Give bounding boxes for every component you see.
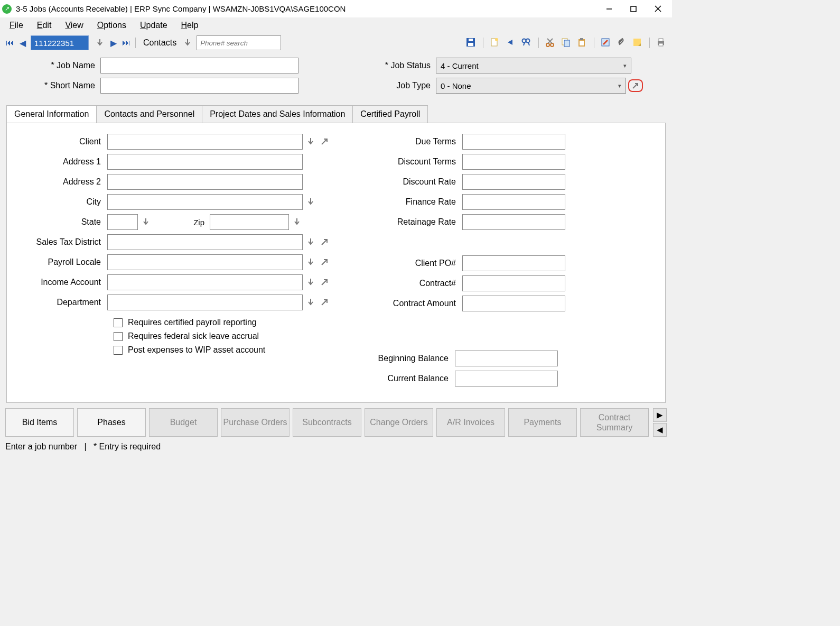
menu-edit[interactable]: EditEdit: [37, 21, 52, 30]
prev-record-icon[interactable]: ◀: [18, 38, 27, 48]
window-title: 3-5 Jobs (Accounts Receivable) | ERP Syn…: [16, 4, 597, 13]
tab-contacts-personnel[interactable]: Contacts and Personnel: [96, 105, 202, 123]
discount-rate-input[interactable]: [462, 174, 565, 190]
dropdown-arrow-icon[interactable]: [305, 297, 316, 308]
phone-search-input[interactable]: [197, 35, 281, 50]
dropdown-arrow-icon[interactable]: [305, 277, 316, 288]
certified-payroll-checkbox[interactable]: Requires certified payroll reporting: [114, 318, 330, 327]
bid-items-button[interactable]: Bid Items: [5, 408, 74, 437]
job-status-value: 4 - Current: [441, 61, 479, 70]
retainage-rate-input[interactable]: [462, 214, 565, 230]
job-status-select[interactable]: 4 - Current ▾: [436, 58, 631, 73]
menu-view[interactable]: ViewView: [65, 21, 83, 30]
link-arrow-icon[interactable]: [319, 136, 330, 148]
income-account-input[interactable]: [107, 274, 303, 290]
attach-icon[interactable]: [617, 38, 627, 48]
status-message: Enter a job number: [5, 442, 77, 451]
phases-button[interactable]: Phases: [77, 408, 146, 437]
city-input[interactable]: [107, 194, 303, 210]
dropdown-arrow-icon[interactable]: [305, 136, 316, 148]
maximize-button[interactable]: [621, 1, 646, 17]
menu-options[interactable]: OptionsOptions: [97, 21, 126, 30]
app-icon: ↗: [2, 4, 12, 14]
dropdown-arrow-icon[interactable]: [305, 236, 316, 248]
finance-rate-input[interactable]: [462, 194, 565, 210]
menu-update[interactable]: UpdateUpdate: [140, 21, 167, 30]
new-icon[interactable]: [490, 38, 500, 48]
tab-general-information[interactable]: General Information: [6, 105, 97, 123]
beginning-balance-input[interactable]: [455, 351, 558, 366]
tabbar: General Information Contacts and Personn…: [6, 105, 666, 123]
ar-invoices-button[interactable]: A/R Invoices: [436, 408, 505, 437]
undo-icon[interactable]: [506, 38, 516, 48]
current-balance-input[interactable]: [455, 371, 558, 386]
find-icon[interactable]: [521, 38, 532, 48]
tab-certified-payroll[interactable]: Certified Payroll: [352, 105, 428, 123]
menu-help[interactable]: HelpHelp: [181, 21, 199, 30]
contract-amount-input[interactable]: [462, 296, 565, 311]
record-dropdown-icon[interactable]: [94, 37, 106, 49]
dropdown-arrow-icon[interactable]: [140, 216, 152, 228]
discount-terms-label: Discount Terms: [378, 157, 462, 167]
dropdown-arrow-icon[interactable]: [305, 196, 316, 208]
client-po-input[interactable]: [462, 255, 565, 271]
contacts-dropdown-icon[interactable]: [182, 37, 193, 49]
svg-point-13: [546, 43, 549, 47]
svg-rect-5: [468, 43, 473, 46]
change-orders-button[interactable]: Change Orders: [365, 408, 433, 437]
job-name-input[interactable]: [100, 58, 298, 73]
federal-sick-leave-checkbox[interactable]: Requires federal sick leave accrual: [114, 332, 330, 341]
discount-terms-input[interactable]: [462, 154, 565, 170]
first-record-icon[interactable]: ⏮: [5, 38, 15, 48]
tab-panel-general: Client Address 1 Address 2 City State Zi…: [6, 123, 666, 403]
menu-file[interactable]: FFileile: [10, 21, 23, 30]
link-arrow-icon[interactable]: [319, 297, 330, 308]
address2-input[interactable]: [107, 174, 303, 190]
state-input[interactable]: [107, 214, 138, 230]
current-balance-label: Current Balance: [333, 374, 455, 383]
contacts-label[interactable]: Contacts: [143, 38, 176, 48]
due-terms-input[interactable]: [462, 134, 565, 150]
toolbar: ⏮ ◀ ▶ ⏭ Contacts: [0, 35, 672, 56]
purchase-orders-button[interactable]: Purchase Orders: [221, 408, 290, 437]
post-expenses-wip-checkbox[interactable]: Post expenses to WIP asset account: [114, 345, 330, 355]
next-record-icon[interactable]: ▶: [109, 38, 118, 48]
close-button[interactable]: [646, 1, 670, 17]
print-icon[interactable]: [656, 38, 667, 48]
edit-icon[interactable]: [601, 38, 611, 48]
save-icon[interactable]: [466, 38, 477, 48]
client-input[interactable]: [107, 134, 303, 150]
divider: [594, 38, 594, 48]
contract-summary-button[interactable]: Contract Summary: [580, 408, 649, 437]
record-number-input[interactable]: [31, 35, 89, 50]
divider: [649, 38, 650, 48]
dropdown-arrow-icon[interactable]: [291, 216, 303, 228]
department-input[interactable]: [107, 294, 303, 310]
minimize-button[interactable]: [597, 1, 621, 17]
link-arrow-icon[interactable]: [319, 256, 330, 268]
link-arrow-icon[interactable]: [319, 277, 330, 288]
short-name-input[interactable]: [100, 78, 298, 94]
budget-button[interactable]: Budget: [149, 408, 218, 437]
job-status-label: * Job Status: [367, 61, 436, 70]
address1-input[interactable]: [107, 154, 303, 170]
note-icon[interactable]: [632, 38, 643, 48]
paste-icon[interactable]: [577, 38, 587, 48]
tab-project-dates[interactable]: Project Dates and Sales Information: [202, 105, 353, 123]
department-label: Department: [17, 298, 107, 307]
scroll-left-icon[interactable]: ◀: [653, 423, 667, 437]
copy-icon[interactable]: [561, 38, 572, 48]
sales-tax-district-input[interactable]: [107, 234, 303, 250]
subcontracts-button[interactable]: Subcontracts: [293, 408, 361, 437]
zip-input[interactable]: [210, 214, 289, 230]
contract-no-input[interactable]: [462, 275, 565, 291]
scroll-right-icon[interactable]: ▶: [653, 408, 667, 422]
payroll-locale-input[interactable]: [107, 254, 303, 270]
job-type-select[interactable]: 0 - None ▾: [436, 78, 626, 94]
payments-button[interactable]: Payments: [508, 408, 577, 437]
link-arrow-icon[interactable]: [319, 236, 330, 248]
last-record-icon[interactable]: ⏭: [122, 38, 131, 48]
job-type-link-icon[interactable]: [628, 79, 643, 92]
cut-icon[interactable]: [545, 38, 556, 48]
dropdown-arrow-icon[interactable]: [305, 256, 316, 268]
